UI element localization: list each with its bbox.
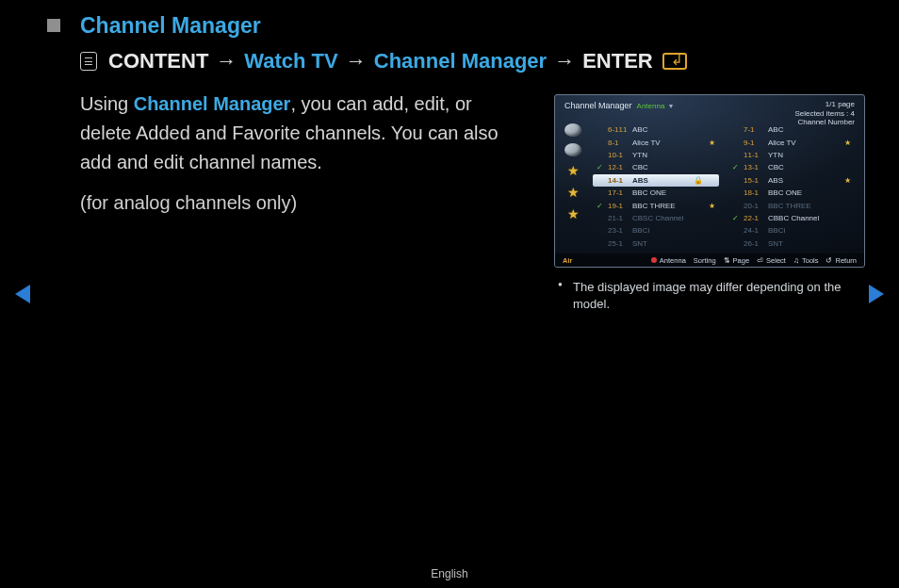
- shot-side-icons: ★ ★ ★: [561, 123, 585, 221]
- next-page-button[interactable]: [869, 285, 884, 303]
- check-icon: ✓: [597, 202, 604, 210]
- channel-row: ✓15-1ABS🔒★: [728, 174, 855, 187]
- channel-name: SNT: [768, 239, 825, 248]
- channel-number: 11-1: [744, 151, 764, 159]
- star-icon: ★: [844, 176, 851, 185]
- shot-antenna-header: Antenna: [637, 102, 665, 110]
- breadcrumb: ☰ CONTENT → Watch TV → Channel Manager →…: [80, 49, 687, 74]
- channel-row: ✓17-1BBC ONE🔒★: [593, 187, 719, 199]
- channel-row: ✓12-1CBC🔒★: [593, 161, 719, 173]
- channel-row: ✓9-1Alice TV🔒★: [728, 136, 855, 148]
- channel-number: 10-1: [608, 151, 629, 159]
- channel-number: 12-1: [608, 163, 629, 172]
- channel-name: ABS: [632, 176, 690, 185]
- shot-title: Channel Manager: [564, 101, 632, 110]
- channel-number: 15-1: [744, 176, 764, 185]
- shot-selected-count: Selected items : 4: [794, 109, 855, 118]
- return-icon: ↺: [825, 256, 832, 265]
- star-icon: ★: [709, 139, 715, 147]
- channel-row: ✓19-1BBC THREE🔒★: [593, 199, 719, 211]
- footer-return: Return: [835, 256, 857, 265]
- shot-page-indicator: 1/1 page: [794, 100, 855, 108]
- channel-number: 19-1: [608, 202, 629, 210]
- channel-name: BBCi: [632, 226, 690, 235]
- channel-number: 17-1: [608, 188, 629, 197]
- channel-number: 8-1: [608, 139, 629, 147]
- footer-sorting: Sorting: [694, 256, 716, 265]
- channel-name: BBCi: [768, 226, 825, 235]
- star-icon: ★: [567, 185, 580, 200]
- red-dot-icon: [651, 257, 657, 263]
- breadcrumb-channel-manager: Channel Manager: [374, 49, 547, 74]
- shot-dropdown-icon: ▾: [669, 102, 673, 110]
- footer-antenna: Antenna: [660, 256, 686, 265]
- breadcrumb-enter: ENTER: [582, 49, 653, 74]
- menu-icon: ☰: [80, 52, 97, 71]
- channel-manager-screenshot: Channel Manager Antenna ▾ 1/1 page Selec…: [554, 94, 865, 268]
- channel-name: BBC THREE: [768, 202, 825, 210]
- channel-name: Alice TV: [768, 139, 825, 147]
- channel-name: SNT: [632, 239, 690, 248]
- arrow-icon: →: [216, 49, 237, 74]
- check-icon: ✓: [732, 163, 740, 172]
- channel-row: ✓14-1ABS🔒★: [593, 174, 719, 187]
- channel-row: ✓8-1Alice TV🔒★: [593, 136, 719, 148]
- breadcrumb-content: CONTENT: [108, 49, 208, 74]
- star-icon: ★: [709, 202, 715, 210]
- channel-name: YTN: [632, 151, 690, 159]
- check-icon: ✓: [597, 163, 604, 172]
- star-icon: ★: [844, 139, 851, 147]
- channel-number: 18-1: [744, 188, 764, 197]
- channel-number: 23-1: [608, 226, 629, 235]
- channel-number: 14-1: [608, 176, 629, 185]
- channel-row: ✓22-1CBBC Channel🔒★: [728, 212, 855, 224]
- arrow-icon: →: [554, 49, 575, 74]
- body-cm: Channel Manager: [134, 93, 291, 114]
- channel-number: 22-1: [744, 214, 764, 222]
- channel-number: 7-1: [744, 125, 764, 134]
- channel-name: BBC ONE: [768, 188, 825, 197]
- channel-column-left: ✓6-111ABC🔒★✓8-1Alice TV🔒★✓10-1YTN🔒★✓12-1…: [593, 123, 719, 250]
- channel-row: ✓24-1BBCi🔒★: [728, 224, 855, 237]
- channel-row: ✓18-1BBC ONE🔒★: [728, 187, 855, 199]
- channel-row: ✓25-1SNT🔒★: [593, 237, 719, 250]
- enter-small-icon: ⏎: [757, 256, 763, 265]
- channel-row: ✓10-1YTN🔒★: [593, 149, 719, 161]
- channel-name: ABS: [768, 176, 825, 185]
- channel-row: ✓26-1SNT🔒★: [728, 237, 855, 250]
- channel-number: 21-1: [608, 214, 629, 222]
- channel-number: 26-1: [744, 239, 764, 248]
- channel-column-right: ✓7-1ABC🔒★✓9-1Alice TV🔒★✓11-1YTN🔒★✓13-1CB…: [728, 123, 855, 250]
- breadcrumb-watch-tv: Watch TV: [244, 49, 337, 74]
- channel-number: 13-1: [744, 163, 764, 172]
- shot-footer: Air Antenna Sorting ⇅Page ⏎Select ♫Tools…: [555, 253, 864, 267]
- body-pre: Using: [80, 93, 134, 114]
- channel-name: CBBC Channel: [768, 214, 825, 222]
- footer-language: English: [0, 567, 899, 580]
- channel-row: ✓13-1CBC🔒★: [728, 161, 855, 173]
- star-icon: ★: [567, 206, 580, 221]
- footer-air: Air: [563, 256, 572, 265]
- arrow-icon: →: [346, 49, 367, 74]
- prev-page-button[interactable]: [15, 285, 30, 303]
- section-bullet-icon: [47, 19, 60, 32]
- channel-number: 25-1: [608, 239, 629, 248]
- updown-icon: ⇅: [724, 256, 730, 265]
- channel-name: ABC: [632, 125, 690, 134]
- lock-icon: 🔒: [694, 176, 703, 185]
- channel-name: YTN: [768, 151, 825, 159]
- body-paragraph: Using Channel Manager, you can add, edit…: [80, 90, 504, 177]
- channel-name: CBC: [632, 163, 690, 172]
- footer-page: Page: [733, 256, 750, 265]
- star-icon: ★: [567, 163, 580, 178]
- channel-row: ✓20-1BBC THREE🔒★: [728, 199, 855, 211]
- channel-name: Alice TV: [632, 139, 690, 147]
- dish-icon: [564, 143, 581, 156]
- channel-number: 24-1: [744, 226, 764, 235]
- channel-row: ✓23-1BBCi🔒★: [593, 224, 719, 237]
- footer-tools: Tools: [802, 256, 819, 265]
- dish-icon: [564, 123, 581, 137]
- channel-name: BBC THREE: [632, 202, 690, 210]
- analog-note: (for analog channels only): [80, 192, 297, 214]
- channel-name: ABC: [768, 125, 825, 134]
